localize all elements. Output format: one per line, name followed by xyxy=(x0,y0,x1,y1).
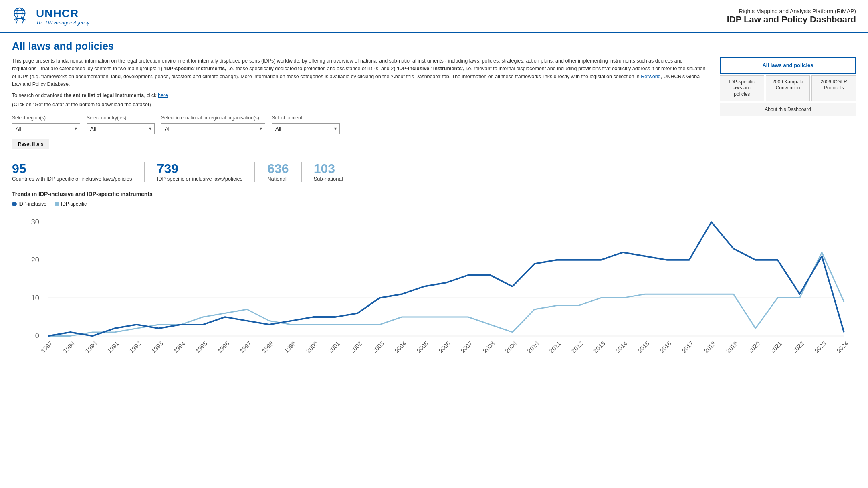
svg-text:2020: 2020 xyxy=(747,340,761,354)
svg-text:2007: 2007 xyxy=(460,340,474,354)
svg-text:2018: 2018 xyxy=(702,340,717,354)
svg-text:2006: 2006 xyxy=(437,340,452,354)
section-divider xyxy=(12,157,856,157)
region-select[interactable]: All Africa Americas Asia Europe Middle E… xyxy=(12,123,80,134)
svg-text:2023: 2023 xyxy=(813,340,828,354)
legend-specific: IDP-specific xyxy=(55,201,87,207)
org-filter-group: Select international or regional organis… xyxy=(161,114,265,134)
stat-subnational-number: 103 xyxy=(314,162,343,175)
search-line: To search or download the entire list of… xyxy=(12,92,708,99)
stat-total-label: IDP specific or inclusive laws/policies xyxy=(157,176,243,182)
svg-text:1994: 1994 xyxy=(172,340,186,354)
content-select-wrapper[interactable]: All xyxy=(272,123,340,134)
tabs-container: All laws and policies IDP-specific laws … xyxy=(720,57,856,149)
svg-point-5 xyxy=(16,18,18,20)
svg-text:20: 20 xyxy=(31,256,39,264)
country-select[interactable]: All xyxy=(87,123,155,134)
svg-text:2008: 2008 xyxy=(482,340,496,354)
svg-text:2017: 2017 xyxy=(680,340,695,354)
svg-text:1998: 1998 xyxy=(260,340,275,354)
app-header: UNHCR The UN Refugee Agency Rights Mappi… xyxy=(0,0,868,33)
logo-text: UNHCR The UN Refugee Agency xyxy=(36,7,89,26)
filters-area: Select region(s) All Africa Americas Asi… xyxy=(12,114,708,134)
stat-countries-number: 95 xyxy=(12,162,132,175)
svg-text:2003: 2003 xyxy=(371,340,386,354)
content-select[interactable]: All xyxy=(272,123,340,134)
region-label: Select region(s) xyxy=(12,114,80,122)
description-area: This page presents fundamental informati… xyxy=(12,57,708,149)
svg-text:30: 30 xyxy=(31,218,39,226)
description-paragraph: This page presents fundamental informati… xyxy=(12,57,708,89)
svg-text:1991: 1991 xyxy=(106,340,120,354)
svg-text:2010: 2010 xyxy=(526,340,540,354)
svg-text:1995: 1995 xyxy=(194,340,209,354)
stat-total-number: 739 xyxy=(157,162,243,175)
legend-inclusive-dot xyxy=(12,202,17,206)
svg-text:1987: 1987 xyxy=(40,340,54,354)
page-title: All laws and policies xyxy=(12,40,856,52)
svg-text:10: 10 xyxy=(31,294,39,302)
svg-text:2000: 2000 xyxy=(305,340,319,354)
refworld-link[interactable]: Refworld xyxy=(641,74,660,79)
stat-national-number: 636 xyxy=(267,162,289,175)
chart-title: Trends in IDP-inclusive and IDP-specific… xyxy=(12,191,856,197)
tab-all-laws[interactable]: All laws and policies xyxy=(720,57,856,74)
platform-name: Rights Mapping and Analysis Platform (Ri… xyxy=(727,8,856,14)
logo-unhcr-label: UNHCR xyxy=(36,7,89,20)
country-select-wrapper[interactable]: All xyxy=(87,123,155,134)
content-top: This page presents fundamental informati… xyxy=(12,57,856,149)
stat-subnational: 103 Sub-national xyxy=(314,162,355,182)
svg-text:2005: 2005 xyxy=(415,340,430,354)
legend-inclusive: IDP-inclusive xyxy=(12,201,46,207)
header-right: Rights Mapping and Analysis Platform (Ri… xyxy=(727,8,856,25)
svg-text:2011: 2011 xyxy=(548,340,562,354)
stat-national-label: National xyxy=(267,176,289,182)
region-select-wrapper[interactable]: All Africa Americas Asia Europe Middle E… xyxy=(12,123,80,134)
main-content: All laws and policies This page presents… xyxy=(0,33,868,388)
svg-text:2015: 2015 xyxy=(636,340,651,354)
svg-text:2019: 2019 xyxy=(725,340,739,354)
svg-text:2024: 2024 xyxy=(835,340,850,354)
reset-filters-button[interactable]: Reset filters xyxy=(12,139,49,149)
svg-text:2004: 2004 xyxy=(393,340,408,354)
svg-text:2002: 2002 xyxy=(349,340,363,354)
legend-specific-label: IDP-specific xyxy=(61,201,87,207)
svg-text:1989: 1989 xyxy=(62,340,76,354)
stat-countries-label: Countries with IDP specific or inclusive… xyxy=(12,176,132,182)
tab-icglr[interactable]: 2006 ICGLR Protocols xyxy=(811,75,856,101)
svg-text:2022: 2022 xyxy=(791,340,805,354)
tab-about[interactable]: About this Dashboard xyxy=(720,103,856,117)
svg-text:1999: 1999 xyxy=(283,340,297,354)
svg-point-6 xyxy=(22,18,24,20)
stat-countries: 95 Countries with IDP specific or inclus… xyxy=(12,162,145,182)
org-label: Select international or regional organis… xyxy=(161,114,265,122)
logo-area: UNHCR The UN Refugee Agency xyxy=(8,5,89,28)
org-select[interactable]: All xyxy=(161,123,265,134)
legend-specific-dot xyxy=(55,202,59,206)
logo-subtitle: The UN Refugee Agency xyxy=(36,20,89,26)
svg-text:2001: 2001 xyxy=(327,340,341,354)
svg-text:2012: 2012 xyxy=(570,340,584,354)
dashboard-title: IDP Law and Policy Dashboard xyxy=(727,14,856,25)
svg-text:1992: 1992 xyxy=(128,340,142,354)
tab-idp-specific[interactable]: IDP-specific laws and policies xyxy=(720,75,764,101)
svg-text:1996: 1996 xyxy=(216,340,231,354)
org-select-wrapper[interactable]: All xyxy=(161,123,265,134)
unhcr-logo-icon xyxy=(8,5,31,28)
here-link[interactable]: here xyxy=(158,93,168,98)
region-filter-group: Select region(s) All Africa Americas Asi… xyxy=(12,114,80,134)
click-note: (Click on "Get the data" at the bottom t… xyxy=(12,101,708,109)
svg-text:2014: 2014 xyxy=(614,340,629,354)
chart-section: Trends in IDP-inclusive and IDP-specific… xyxy=(12,191,856,380)
legend-inclusive-label: IDP-inclusive xyxy=(18,201,46,207)
chart-legend: IDP-inclusive IDP-specific xyxy=(12,201,856,207)
stat-subnational-label: Sub-national xyxy=(314,176,343,182)
content-label: Select content xyxy=(272,114,340,122)
stat-national: 636 National xyxy=(267,162,301,182)
svg-text:0: 0 xyxy=(35,332,39,340)
svg-text:2013: 2013 xyxy=(592,340,606,354)
content-filter-group: Select content All xyxy=(272,114,340,134)
country-filter-group: Select country(ies) All xyxy=(87,114,155,134)
country-label: Select country(ies) xyxy=(87,114,155,122)
tab-kampala[interactable]: 2009 Kampala Convention xyxy=(766,75,810,101)
